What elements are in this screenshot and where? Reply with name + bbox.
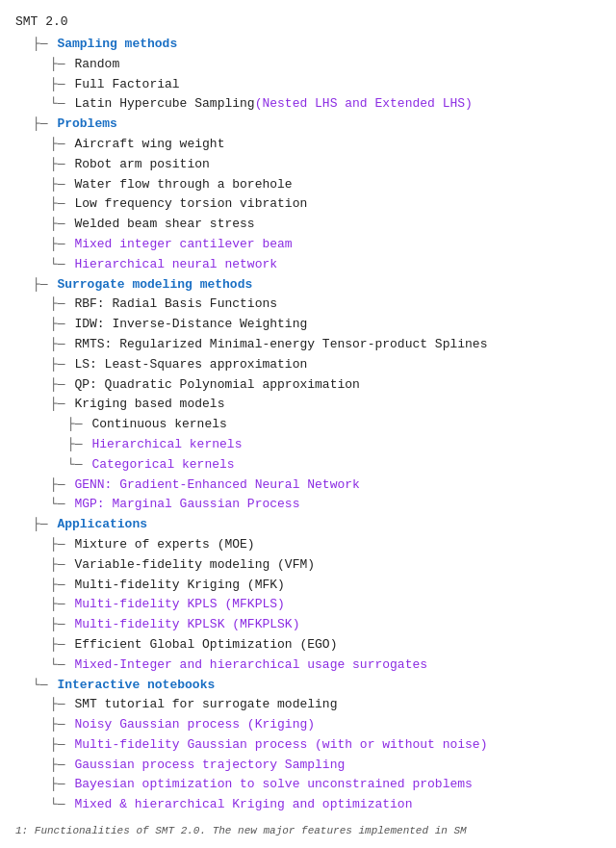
section-sampling-header: ├— Sampling methods (15, 35, 601, 55)
tree-root: SMT 2.0 ├— Sampling methods ├— Random ├—… (15, 10, 601, 836)
item-genn: ├— GENN: Gradient-Enhanced Neural Networ… (15, 475, 601, 496)
section-applications: ├— Applications ├— Mixture of experts (M… (15, 515, 601, 675)
section-notebooks-header: └— Interactive notebooks (15, 676, 601, 696)
item-hierarchical-nn: └— Hierarchical neural network (15, 255, 601, 275)
item-rmts: ├— RMTS: Regularized Minimal-energy Tens… (15, 335, 601, 355)
item-aircraft: ├— Aircraft wing weight (15, 135, 601, 155)
section-problems-header: ├— Problems (15, 115, 601, 135)
item-mfkplsk: ├— Multi-fidelity KPLSK (MFKPLSK) (15, 615, 601, 635)
item-mixed-cantilever: ├— Mixed integer cantilever beam (15, 235, 601, 255)
item-robot: ├— Robot arm position (15, 155, 601, 175)
item-torsion: ├— Low frequency torsion vibration (15, 194, 601, 215)
item-kriging: ├— Kriging based models (15, 395, 601, 415)
section-surrogate: ├— Surrogate modeling methods ├— RBF: Ra… (15, 275, 601, 516)
item-mfk: ├— Multi-fidelity Kriging (MFK) (15, 576, 601, 596)
item-rbf: ├— RBF: Radial Basis Functions (15, 295, 601, 315)
item-mixed-hierarchical-kriging: └— Mixed & hierarchical Kriging and opti… (15, 795, 601, 815)
section-sampling: ├— Sampling methods ├— Random ├— Full Fa… (15, 35, 601, 115)
figure-caption: 1: Functionalities of SMT 2.0. The new m… (15, 825, 601, 836)
item-gp-trajectory: ├— Gaussian process trajectory Sampling (15, 756, 601, 776)
item-bayesian: ├— Bayesian optimization to solve uncons… (15, 775, 601, 795)
item-qp: ├— QP: Quadratic Polynomial approximatio… (15, 375, 601, 396)
item-mfkpls: ├— Multi-fidelity KPLS (MFKPLS) (15, 595, 601, 615)
item-noisy-gp: ├— Noisy Gaussian process (Kriging) (15, 715, 601, 735)
item-lhs: └— Latin Hypercube Sampling (Nested LHS … (15, 94, 601, 115)
item-vfm: ├— Variable-fidelity modeling (VFM) (15, 555, 601, 576)
section-surrogate-header: ├— Surrogate modeling methods (15, 275, 601, 296)
item-water: ├— Water flow through a borehole (15, 175, 601, 195)
item-mf-gp: ├— Multi-fidelity Gaussian process (with… (15, 735, 601, 756)
applications-label: Applications (57, 515, 147, 535)
notebooks-label: Interactive notebooks (57, 676, 215, 696)
item-ls: ├— LS: Least-Squares approximation (15, 355, 601, 375)
item-moe: ├— Mixture of experts (MOE) (15, 535, 601, 555)
item-smt-tutorial: ├— SMT tutorial for surrogate modeling (15, 695, 601, 715)
item-continuous-kernels: ├— Continuous kernels (15, 415, 601, 435)
sampling-label: Sampling methods (57, 35, 177, 55)
item-ego: ├— Efficient Global Optimization (EGO) (15, 635, 601, 655)
surrogate-label: Surrogate modeling methods (57, 275, 252, 296)
item-full-factorial: ├— Full Factorial (15, 75, 601, 95)
root-label: SMT 2.0 (15, 10, 601, 35)
section-applications-header: ├— Applications (15, 515, 601, 535)
item-hierarchical-kernels: ├— Hierarchical kernels (15, 435, 601, 455)
problems-label: Problems (57, 115, 116, 135)
section-problems: ├— Problems ├— Aircraft wing weight ├— R… (15, 115, 601, 274)
item-idw: ├— IDW: Inverse-Distance Weighting (15, 315, 601, 335)
item-welded: ├— Welded beam shear stress (15, 215, 601, 235)
item-categorical-kernels: └— Categorical kernels (15, 455, 601, 475)
section-notebooks: └— Interactive notebooks ├— SMT tutorial… (15, 676, 601, 816)
item-mixed-int-hierarchical: └— Mixed-Integer and hierarchical usage … (15, 655, 601, 676)
item-random: ├— Random (15, 55, 601, 75)
item-mgp: └— MGP: Marginal Gaussian Process (15, 495, 601, 515)
